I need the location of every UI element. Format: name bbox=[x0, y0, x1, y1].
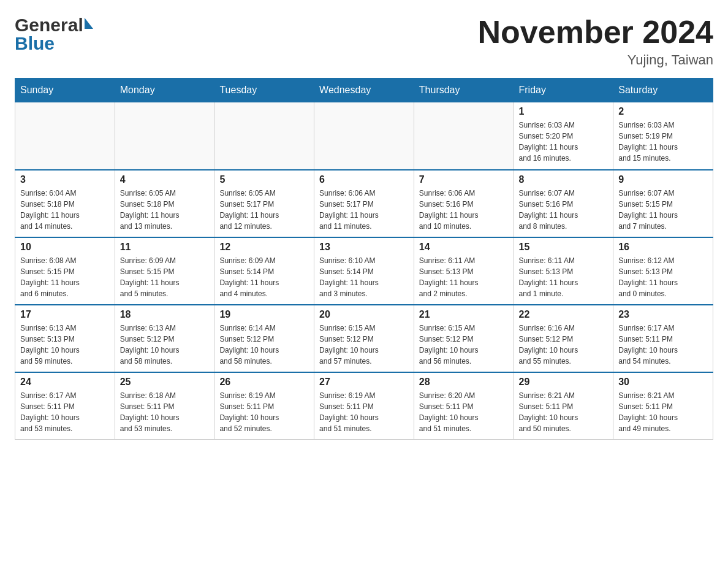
day-number: 8 bbox=[519, 174, 609, 185]
calendar-cell: 7Sunrise: 6:06 AM Sunset: 5:16 PM Daylig… bbox=[414, 170, 514, 237]
calendar-cell: 28Sunrise: 6:20 AM Sunset: 5:11 PM Dayli… bbox=[414, 372, 514, 440]
day-number: 25 bbox=[120, 377, 210, 388]
weekday-header-wednesday: Wednesday bbox=[314, 79, 414, 102]
day-number: 24 bbox=[20, 377, 110, 388]
day-info: Sunrise: 6:19 AM Sunset: 5:11 PM Dayligh… bbox=[219, 390, 309, 434]
day-info: Sunrise: 6:14 AM Sunset: 5:12 PM Dayligh… bbox=[219, 323, 309, 367]
day-number: 5 bbox=[219, 174, 309, 185]
day-number: 1 bbox=[519, 106, 609, 117]
weekday-header-saturday: Saturday bbox=[613, 79, 713, 102]
calendar-cell: 9Sunrise: 6:07 AM Sunset: 5:15 PM Daylig… bbox=[613, 170, 713, 237]
day-info: Sunrise: 6:09 AM Sunset: 5:14 PM Dayligh… bbox=[219, 255, 309, 299]
calendar-cell: 30Sunrise: 6:21 AM Sunset: 5:11 PM Dayli… bbox=[613, 372, 713, 440]
day-info: Sunrise: 6:04 AM Sunset: 5:18 PM Dayligh… bbox=[20, 188, 110, 232]
calendar-row-2: 10Sunrise: 6:08 AM Sunset: 5:15 PM Dayli… bbox=[15, 237, 713, 305]
logo-blue-text: Blue bbox=[15, 33, 55, 54]
calendar-cell: 23Sunrise: 6:17 AM Sunset: 5:11 PM Dayli… bbox=[613, 305, 713, 372]
calendar-cell: 5Sunrise: 6:05 AM Sunset: 5:17 PM Daylig… bbox=[214, 170, 314, 237]
logo: General Blue bbox=[15, 15, 93, 54]
day-info: Sunrise: 6:17 AM Sunset: 5:11 PM Dayligh… bbox=[20, 390, 110, 434]
day-number: 4 bbox=[120, 174, 210, 185]
day-info: Sunrise: 6:15 AM Sunset: 5:12 PM Dayligh… bbox=[419, 323, 509, 367]
day-number: 2 bbox=[618, 106, 708, 117]
day-number: 30 bbox=[618, 377, 708, 388]
calendar-cell: 15Sunrise: 6:11 AM Sunset: 5:13 PM Dayli… bbox=[514, 237, 613, 305]
calendar-cell: 13Sunrise: 6:10 AM Sunset: 5:14 PM Dayli… bbox=[314, 237, 414, 305]
calendar-cell bbox=[214, 102, 314, 170]
day-info: Sunrise: 6:08 AM Sunset: 5:15 PM Dayligh… bbox=[20, 255, 110, 299]
day-info: Sunrise: 6:11 AM Sunset: 5:13 PM Dayligh… bbox=[519, 255, 609, 299]
weekday-header-tuesday: Tuesday bbox=[214, 79, 314, 102]
day-number: 9 bbox=[618, 174, 708, 185]
calendar-row-3: 17Sunrise: 6:13 AM Sunset: 5:13 PM Dayli… bbox=[15, 305, 713, 372]
calendar-cell: 8Sunrise: 6:07 AM Sunset: 5:16 PM Daylig… bbox=[514, 170, 613, 237]
weekday-header-sunday: Sunday bbox=[15, 79, 115, 102]
calendar-cell: 14Sunrise: 6:11 AM Sunset: 5:13 PM Dayli… bbox=[414, 237, 514, 305]
day-number: 19 bbox=[219, 309, 309, 320]
calendar-cell: 18Sunrise: 6:13 AM Sunset: 5:12 PM Dayli… bbox=[115, 305, 214, 372]
day-number: 13 bbox=[319, 242, 409, 253]
calendar-cell: 17Sunrise: 6:13 AM Sunset: 5:13 PM Dayli… bbox=[15, 305, 115, 372]
day-info: Sunrise: 6:19 AM Sunset: 5:11 PM Dayligh… bbox=[319, 390, 409, 434]
day-info: Sunrise: 6:13 AM Sunset: 5:13 PM Dayligh… bbox=[20, 323, 110, 367]
calendar-cell: 4Sunrise: 6:05 AM Sunset: 5:18 PM Daylig… bbox=[115, 170, 214, 237]
calendar-cell: 26Sunrise: 6:19 AM Sunset: 5:11 PM Dayli… bbox=[214, 372, 314, 440]
day-number: 29 bbox=[519, 377, 609, 388]
location-title: Yujing, Taiwan bbox=[478, 52, 713, 68]
day-info: Sunrise: 6:11 AM Sunset: 5:13 PM Dayligh… bbox=[419, 255, 509, 299]
calendar-cell: 16Sunrise: 6:12 AM Sunset: 5:13 PM Dayli… bbox=[613, 237, 713, 305]
weekday-header-row: SundayMondayTuesdayWednesdayThursdayFrid… bbox=[15, 79, 713, 102]
day-number: 11 bbox=[120, 242, 210, 253]
calendar-cell: 1Sunrise: 6:03 AM Sunset: 5:20 PM Daylig… bbox=[514, 102, 613, 170]
day-info: Sunrise: 6:06 AM Sunset: 5:17 PM Dayligh… bbox=[319, 188, 409, 232]
day-info: Sunrise: 6:03 AM Sunset: 5:19 PM Dayligh… bbox=[618, 120, 708, 164]
calendar-cell bbox=[115, 102, 214, 170]
day-info: Sunrise: 6:03 AM Sunset: 5:20 PM Dayligh… bbox=[519, 120, 609, 164]
calendar-cell bbox=[314, 102, 414, 170]
day-number: 23 bbox=[618, 309, 708, 320]
calendar-cell: 20Sunrise: 6:15 AM Sunset: 5:12 PM Dayli… bbox=[314, 305, 414, 372]
weekday-header-thursday: Thursday bbox=[414, 79, 514, 102]
weekday-header-monday: Monday bbox=[115, 79, 214, 102]
calendar-cell: 29Sunrise: 6:21 AM Sunset: 5:11 PM Dayli… bbox=[514, 372, 613, 440]
day-info: Sunrise: 6:16 AM Sunset: 5:12 PM Dayligh… bbox=[519, 323, 609, 367]
day-number: 18 bbox=[120, 309, 210, 320]
calendar-row-4: 24Sunrise: 6:17 AM Sunset: 5:11 PM Dayli… bbox=[15, 372, 713, 440]
calendar-cell: 25Sunrise: 6:18 AM Sunset: 5:11 PM Dayli… bbox=[115, 372, 214, 440]
weekday-header-friday: Friday bbox=[514, 79, 613, 102]
day-number: 26 bbox=[219, 377, 309, 388]
day-number: 14 bbox=[419, 242, 509, 253]
day-number: 12 bbox=[219, 242, 309, 253]
day-number: 27 bbox=[319, 377, 409, 388]
calendar-cell: 11Sunrise: 6:09 AM Sunset: 5:15 PM Dayli… bbox=[115, 237, 214, 305]
day-info: Sunrise: 6:05 AM Sunset: 5:18 PM Dayligh… bbox=[120, 188, 210, 232]
day-number: 6 bbox=[319, 174, 409, 185]
day-number: 21 bbox=[419, 309, 509, 320]
day-info: Sunrise: 6:06 AM Sunset: 5:16 PM Dayligh… bbox=[419, 188, 509, 232]
calendar-cell: 24Sunrise: 6:17 AM Sunset: 5:11 PM Dayli… bbox=[15, 372, 115, 440]
page-header: General Blue November 2024 Yujing, Taiwa… bbox=[15, 15, 713, 68]
calendar-cell: 21Sunrise: 6:15 AM Sunset: 5:12 PM Dayli… bbox=[414, 305, 514, 372]
day-number: 22 bbox=[519, 309, 609, 320]
logo-general-text: General bbox=[15, 15, 83, 36]
day-info: Sunrise: 6:20 AM Sunset: 5:11 PM Dayligh… bbox=[419, 390, 509, 434]
calendar-cell: 6Sunrise: 6:06 AM Sunset: 5:17 PM Daylig… bbox=[314, 170, 414, 237]
calendar-cell: 12Sunrise: 6:09 AM Sunset: 5:14 PM Dayli… bbox=[214, 237, 314, 305]
day-number: 28 bbox=[419, 377, 509, 388]
calendar-row-0: 1Sunrise: 6:03 AM Sunset: 5:20 PM Daylig… bbox=[15, 102, 713, 170]
day-info: Sunrise: 6:15 AM Sunset: 5:12 PM Dayligh… bbox=[319, 323, 409, 367]
calendar-cell bbox=[414, 102, 514, 170]
day-number: 17 bbox=[20, 309, 110, 320]
calendar-cell: 22Sunrise: 6:16 AM Sunset: 5:12 PM Dayli… bbox=[514, 305, 613, 372]
day-info: Sunrise: 6:18 AM Sunset: 5:11 PM Dayligh… bbox=[120, 390, 210, 434]
day-info: Sunrise: 6:17 AM Sunset: 5:11 PM Dayligh… bbox=[618, 323, 708, 367]
day-info: Sunrise: 6:13 AM Sunset: 5:12 PM Dayligh… bbox=[120, 323, 210, 367]
day-info: Sunrise: 6:21 AM Sunset: 5:11 PM Dayligh… bbox=[618, 390, 708, 434]
calendar-cell: 10Sunrise: 6:08 AM Sunset: 5:15 PM Dayli… bbox=[15, 237, 115, 305]
day-info: Sunrise: 6:12 AM Sunset: 5:13 PM Dayligh… bbox=[618, 255, 708, 299]
logo-arrow-icon bbox=[85, 18, 93, 29]
calendar-row-1: 3Sunrise: 6:04 AM Sunset: 5:18 PM Daylig… bbox=[15, 170, 713, 237]
day-info: Sunrise: 6:05 AM Sunset: 5:17 PM Dayligh… bbox=[219, 188, 309, 232]
calendar-cell: 2Sunrise: 6:03 AM Sunset: 5:19 PM Daylig… bbox=[613, 102, 713, 170]
day-info: Sunrise: 6:07 AM Sunset: 5:16 PM Dayligh… bbox=[519, 188, 609, 232]
